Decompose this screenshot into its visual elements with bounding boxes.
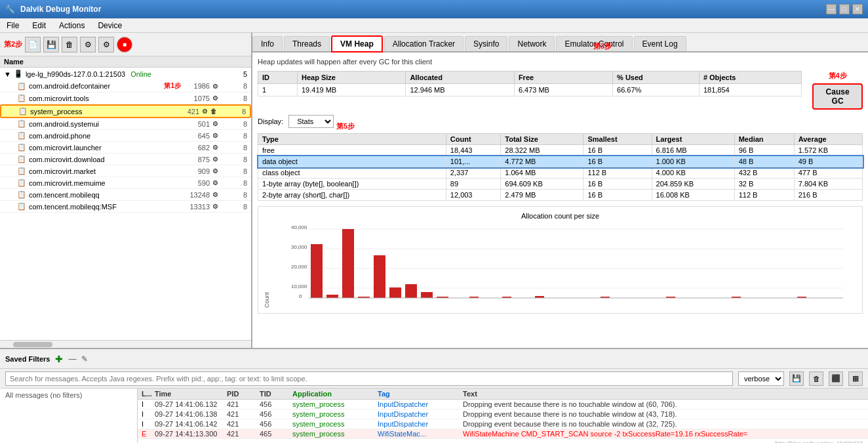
log-tag: InputDispatcher [378,400,463,408]
process-num: 8 [221,120,247,128]
clear-log-button[interactable]: 🗑 [809,371,823,386]
process-pid: 909 [184,167,210,175]
process-row-phone[interactable]: 📋 com.android.phone 645 ⚙ 8 [0,130,251,142]
display-dropdown[interactable]: Stats Linear [288,115,334,128]
chart-inner: Count 40,000 30,000 20,000 10,000 0 [264,222,857,308]
col-id: ID [258,72,298,84]
col-pctused: % Used [613,72,700,84]
chart-svg-wrapper: 40,000 30,000 20,000 10,000 0 [273,222,857,308]
debug-icon-4: ⚙ [212,120,218,127]
expand-icon[interactable]: ▼ [4,70,11,78]
scrollbar-thumb[interactable] [13,342,52,347]
cell-heapsize: 19.419 MB [297,84,405,96]
remove-filter-icon[interactable]: — [68,354,76,364]
log-time: 09-27 14:41:06.142 [155,420,227,428]
verbose-dropdown[interactable]: verbose [738,371,784,386]
alloc-cell: data object [258,156,446,167]
log-row: E09-27 14:41:13.300421465system_processW… [138,429,868,439]
filter-title: Saved Filters [5,355,50,363]
filter-bar: Saved Filters ✚ — ✎ [0,349,868,369]
process-row-market[interactable]: 📋 com.microvirt.market 909 ⚙ 8 [0,165,251,177]
device-item-main[interactable]: ▼ 📱 lge-lg_h990ds-127.0.0.1:21503 Online… [0,68,251,80]
alloc-cell: 16 B [583,179,652,190]
scroll-lock-button[interactable]: ⬛ [829,371,843,386]
filter-item-all[interactable]: All messages (no filters) [0,389,137,402]
filter-button[interactable]: ▦ [848,371,863,386]
process-row-system[interactable]: 📋 system_process 421 ⚙ 🗑 8 [0,104,251,118]
process-row-defcontainer[interactable]: 📋 com.android.defcontainer 第1步 1986 ⚙ 8 [0,80,251,93]
tab-allocationtracker[interactable]: Allocation Tracker [384,36,464,51]
process-row-mobileqqmsf[interactable]: 📋 com.tencent.mobileqq:MSF 13313 ⚙ 8 [0,201,251,213]
tab-sysinfo[interactable]: Sysinfo [465,36,507,51]
alloc-col-median: Median [734,134,794,145]
alloc-col-count: Count [446,134,500,145]
save-button[interactable]: 💾 [43,37,59,53]
new-button[interactable]: 📄 [25,37,41,53]
alloc-section: 第5步 Type Count Total Size Smallest Large… [258,133,863,201]
debug-icon-6: ⚙ [212,144,218,151]
process-pid: 13313 [184,203,210,211]
bottom-section: Saved Filters ✚ — ✎ verbose 💾 🗑 ⬛ ▦ All … [0,348,868,443]
log-row: I09-27 14:41:06.142421456system_processI… [138,419,868,429]
tab-eventlog[interactable]: Event Log [634,36,686,51]
left-scrollbar[interactable] [0,340,251,348]
process-row-download[interactable]: 📋 com.microvirt.download 875 ⚙ 8 [0,154,251,165]
content-area: Heap updates will happen after every GC … [252,53,868,348]
process-pid: 421 [173,108,199,116]
alloc-table: Type Count Total Size Smallest Largest M… [258,133,863,201]
menu-edit[interactable]: Edit [28,20,50,32]
close-button[interactable]: ✕ [852,4,863,14]
tab-threads[interactable]: Threads [284,36,330,51]
process-num: 8 [221,95,247,102]
save-log-button[interactable]: 💾 [789,371,804,386]
search-input[interactable] [5,371,733,386]
tab-network[interactable]: Network [509,36,555,51]
alloc-cell: 16 B [583,156,652,167]
device-pid: 5 [243,70,247,78]
stop-button[interactable]: ■ [117,37,132,53]
device-list: Name ▼ 📱 lge-lg_h990ds-127.0.0.1:21503 O… [0,56,251,340]
display-label: Display: [258,117,283,125]
app-icon: 🔧 [5,5,15,14]
menu-device[interactable]: Device [94,20,126,32]
process-row-launcher[interactable]: 📋 com.microvirt.launcher 682 ⚙ 8 [0,142,251,154]
process-row-microvirttools[interactable]: 📋 com.microvirt.tools 1075 ⚙ 8 [0,93,251,104]
tab-vmheap[interactable]: VM Heap [331,35,383,53]
cause-gc-button[interactable]: Cause GC [812,83,863,110]
debug-button-2[interactable]: ⚙ [98,37,114,53]
menu-file[interactable]: File [3,20,23,32]
menu-actions[interactable]: Actions [55,20,89,32]
device-name-label: lge-lg_h990ds-127.0.0.1:21503 [26,70,125,78]
step3-label: 第3步 [593,41,612,51]
process-pid: 682 [184,144,210,152]
app-title: Dalvik Debug Monitor [20,5,101,14]
process-row-mobileqq[interactable]: 📋 com.tencent.mobileqq 13248 ⚙ 8 [0,189,251,201]
process-row-systemui[interactable]: 📋 com.android.systemui 501 ⚙ 8 [0,118,251,130]
debug-icon-7: ⚙ [212,156,218,163]
alloc-cell: 204.859 KB [652,179,734,190]
log-tid: 456 [260,400,292,408]
delete-button[interactable]: 🗑 [62,37,77,53]
svg-text:20,000: 20,000 [291,264,307,270]
tab-info[interactable]: Info [252,36,283,51]
heap-section: ID Heap Size Allocated Free % Used # Obj… [258,71,863,110]
process-icon: 📋 [17,155,26,163]
cell-id: 1 [258,84,298,96]
process-num: 8 [221,203,247,211]
alloc-cell: 89 [446,179,500,190]
svg-rect-11 [342,229,354,298]
minimize-button[interactable]: — [826,4,837,14]
alloc-col-largest: Largest [652,134,734,145]
col-level: L... [142,390,155,398]
log-pid: 421 [227,400,260,408]
filter-settings-icon[interactable]: ✎ [81,354,88,364]
svg-text:0: 0 [299,293,302,299]
debug-button-1[interactable]: ⚙ [80,37,96,53]
log-app: system_process [292,420,378,428]
alloc-cell: 2-byte array (short[], char[]) [258,190,446,201]
maximize-button[interactable]: □ [839,4,850,14]
log-tid: 456 [260,410,292,418]
left-panel: 第2步 📄 💾 🗑 ⚙ ⚙ ■ Name ▼ 📱 lge-lg_h990ds-1… [0,33,252,348]
process-row-memuime[interactable]: 📋 com.microvirt.memuime 590 ⚙ 8 [0,177,251,189]
add-filter-icon[interactable]: ✚ [55,354,63,364]
